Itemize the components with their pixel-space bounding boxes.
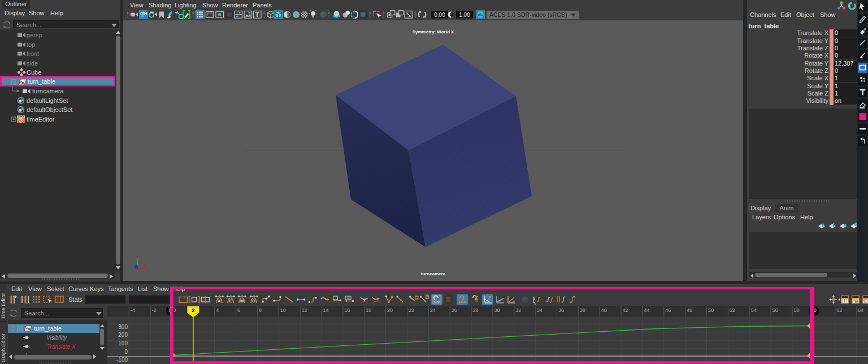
svg-text:z: z (134, 263, 136, 267)
svg-text:Translate X: Translate X (47, 344, 76, 350)
svg-text:-100: -100 (116, 357, 128, 363)
svg-text:sRG: sRG (478, 14, 483, 16)
svg-text:defaultObjectSet: defaultObjectSet (27, 106, 72, 113)
svg-text:x: x (144, 263, 146, 267)
svg-text:Stats: Stats (68, 296, 83, 303)
svg-text:turn_table: turn_table (34, 325, 62, 332)
svg-text:side: side (27, 60, 38, 67)
svg-text:100: 100 (118, 340, 128, 346)
svg-text:-4: -4 (131, 307, 135, 313)
svg-text:turncamera: turncamera (32, 88, 64, 94)
svg-text:y: y (137, 257, 139, 262)
svg-text:62: 62 (836, 307, 842, 313)
svg-text:T: T (255, 11, 259, 18)
svg-text:Cube: Cube (27, 69, 41, 76)
svg-text:ACES 1.0 SDR-video (sRGB): ACES 1.0 SDR-video (sRGB) (489, 11, 567, 18)
svg-text:Visibility: Visibility (46, 335, 67, 341)
svg-text:front: front (27, 50, 39, 57)
svg-text:defaultLightSet: defaultLightSet (27, 97, 68, 104)
svg-text:64: 64 (858, 307, 863, 313)
svg-text:1.00: 1.00 (459, 12, 470, 18)
svg-text:persp: persp (27, 32, 42, 38)
svg-text:-2: -2 (152, 307, 157, 313)
svg-text:0.00: 0.00 (434, 12, 445, 18)
svg-text:300: 300 (118, 324, 128, 330)
svg-text:0: 0 (124, 349, 128, 355)
svg-text:200: 200 (118, 332, 128, 338)
svg-text:timeEditor: timeEditor (27, 116, 55, 123)
svg-text:top: top (27, 41, 35, 48)
